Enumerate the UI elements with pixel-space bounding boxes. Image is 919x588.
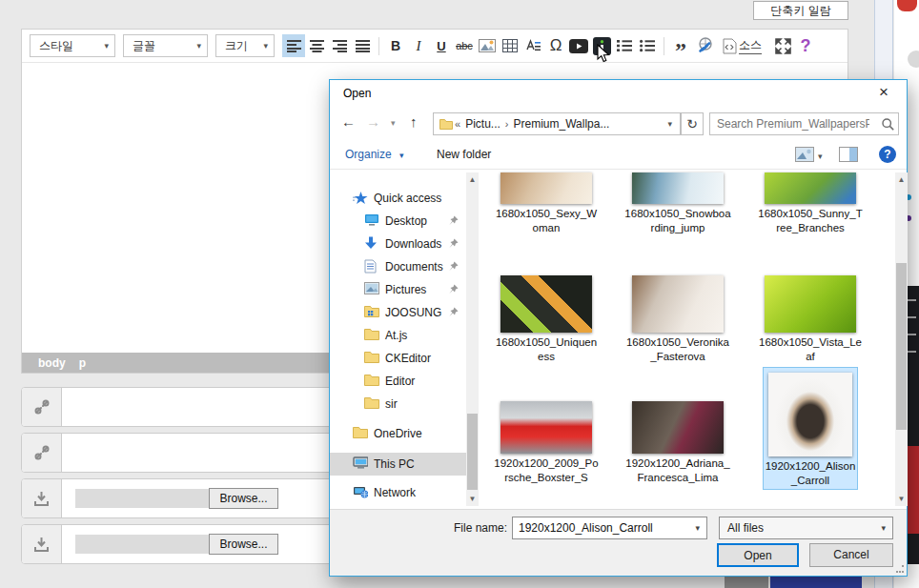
italic-button[interactable]: I xyxy=(407,34,430,57)
bold-button[interactable]: B xyxy=(384,34,407,57)
file-item[interactable]: 1680x1050_Veronika_Fasterova xyxy=(624,275,731,364)
strikethrough-button[interactable]: abc xyxy=(453,34,476,57)
folder-icon xyxy=(364,328,379,343)
folder-icon xyxy=(364,351,379,366)
sidebar-item-ckeditor[interactable]: CKEditor xyxy=(330,347,466,370)
source-button[interactable]: 소스 xyxy=(723,37,762,54)
blockquote-button[interactable]: ” xyxy=(669,34,692,57)
breadcrumb-segment[interactable]: Pictu... xyxy=(465,117,500,131)
open-button[interactable]: Open xyxy=(717,543,799,567)
align-center-button[interactable] xyxy=(305,34,328,57)
up-icon[interactable]: ↑ xyxy=(410,113,418,130)
file-item[interactable]: 1680x1050_Sexy_Woman xyxy=(493,172,600,235)
chevron-down-icon: ▾ xyxy=(104,41,109,51)
preview-pane-icon[interactable] xyxy=(839,147,858,162)
breadcrumb-separator: › xyxy=(505,118,509,130)
scrollbar-thumb[interactable] xyxy=(896,263,907,430)
file-thumbnail xyxy=(632,172,724,204)
scroll-up-icon[interactable]: ▲ xyxy=(466,172,479,187)
sidebar-scrollbar[interactable]: ▲ ▼ xyxy=(466,172,479,506)
sidebar-item-network[interactable]: Network xyxy=(330,481,466,504)
new-folder-button[interactable]: New folder xyxy=(437,148,491,161)
sidebar-item-quick-access[interactable]: Quick access xyxy=(330,187,466,210)
underline-button[interactable]: U xyxy=(430,34,453,57)
table-icon xyxy=(502,39,518,52)
chevron-down-icon: ▾ xyxy=(263,41,268,51)
close-icon[interactable]: × xyxy=(872,83,895,102)
toolbar-separator xyxy=(664,37,664,55)
file-name-input[interactable] xyxy=(513,521,688,535)
line-height-button[interactable] xyxy=(521,34,544,57)
file-thumbnail xyxy=(632,275,724,333)
chevron-down-icon[interactable]: ▾ xyxy=(688,523,706,533)
chevron-down-icon: ▾ xyxy=(196,41,201,51)
sidebar-item-joosung[interactable]: JOOSUNG xyxy=(330,301,466,324)
file-item[interactable]: 1680x1050_Sunny_Tree_Branches xyxy=(757,172,864,235)
file-list-scrollbar[interactable]: ▲ ▼ xyxy=(895,172,908,506)
sidebar-item-desktop[interactable]: Desktop xyxy=(330,210,466,233)
link-button[interactable] xyxy=(692,34,719,57)
scroll-down-icon[interactable]: ▼ xyxy=(895,492,908,506)
path-p-button[interactable]: p xyxy=(79,356,86,370)
back-icon[interactable]: ← xyxy=(341,113,356,130)
style-dropdown[interactable]: 스타일 ▾ xyxy=(30,34,115,57)
sidebar-item-downloads[interactable]: Downloads xyxy=(330,233,466,255)
resize-grip[interactable] xyxy=(896,565,904,573)
scroll-down-icon[interactable]: ▼ xyxy=(466,492,479,506)
dialog-command-bar: Organize ▾ New folder ▾ ? xyxy=(330,141,907,170)
help-icon[interactable]: ? xyxy=(879,146,896,163)
align-left-icon xyxy=(287,40,301,52)
search-input[interactable] xyxy=(717,117,869,131)
thumbnail-view-icon[interactable] xyxy=(795,147,814,162)
chevron-down-icon[interactable]: ▾ xyxy=(818,152,823,161)
path-body-button[interactable]: body xyxy=(38,356,66,370)
scroll-up-icon[interactable]: ▲ xyxy=(895,172,908,187)
special-char-button[interactable]: Ω xyxy=(544,34,567,57)
help-button[interactable]: ? xyxy=(794,34,817,57)
file-item[interactable]: 1680x1050_Snowboarding_jump xyxy=(624,172,731,235)
chevron-down-icon[interactable]: ▾ xyxy=(664,119,676,129)
bullet-list-button[interactable] xyxy=(636,34,659,57)
youtube-button[interactable] xyxy=(567,34,590,57)
align-justify-button[interactable] xyxy=(351,34,374,57)
file-type-select[interactable]: All files ▾ xyxy=(719,517,893,539)
numbered-list-button[interactable] xyxy=(613,34,636,57)
maximize-button[interactable] xyxy=(771,34,794,57)
shortcut-list-button[interactable]: 단축키 일람 xyxy=(753,1,848,20)
sidebar-item-onedrive[interactable]: OneDrive xyxy=(330,422,466,445)
pictures-icon xyxy=(364,282,379,297)
sidebar-item-atjs[interactable]: At.js xyxy=(330,324,466,347)
organize-menu[interactable]: Organize ▾ xyxy=(345,148,404,161)
breadcrumb-prefix: « xyxy=(455,118,460,130)
organize-label: Organize xyxy=(345,148,392,161)
breadcrumb-segment[interactable]: Premium_Wallpa... xyxy=(513,117,609,131)
dialog-footer: File name: ▾ All files ▾ Open Cancel xyxy=(330,509,907,576)
search-icon[interactable] xyxy=(882,118,894,131)
address-bar[interactable]: « Pictu... › Premium_Wallpa... ▾ xyxy=(433,112,681,135)
insert-table-button[interactable] xyxy=(499,34,521,57)
background-red-graphic xyxy=(897,0,917,11)
refresh-button[interactable]: ↻ xyxy=(681,112,704,135)
file-item[interactable]: 1680x1050_Uniqueness xyxy=(493,275,600,364)
sidebar-item-sir[interactable]: sir xyxy=(330,393,466,416)
file-item[interactable]: 1920x1200_2009_Porsche_Boxster_S xyxy=(493,401,600,485)
sidebar-item-this-pc[interactable]: This PC xyxy=(330,453,466,476)
sidebar-item-editor[interactable]: Editor xyxy=(330,370,466,393)
file-item[interactable]: 1920x1200_Adriana_Francesca_Lima xyxy=(624,401,731,485)
align-right-button[interactable] xyxy=(328,34,351,57)
scrollbar-thumb[interactable] xyxy=(467,414,478,490)
align-left-button[interactable] xyxy=(282,34,305,57)
browse-button[interactable]: Browse... xyxy=(209,534,278,555)
chain-link-icon xyxy=(34,399,50,415)
browse-button[interactable]: Browse... xyxy=(209,488,278,509)
file-item-selected[interactable]: 1920x1200_Alison_Carroll xyxy=(763,367,858,490)
cancel-button[interactable]: Cancel xyxy=(809,543,893,567)
sidebar-item-documents[interactable]: Documents xyxy=(330,255,466,278)
sidebar-item-pictures[interactable]: Pictures xyxy=(330,278,466,301)
recent-locations-chevron-icon[interactable]: ▾ xyxy=(391,118,396,128)
file-item[interactable]: 1680x1050_Vista_Leaf xyxy=(757,275,864,364)
insert-image-button[interactable] xyxy=(476,34,499,57)
size-dropdown[interactable]: 크기 ▾ xyxy=(215,34,275,57)
sidebar-item-label: Pictures xyxy=(385,283,426,296)
font-dropdown[interactable]: 글꼴 ▾ xyxy=(123,34,208,57)
